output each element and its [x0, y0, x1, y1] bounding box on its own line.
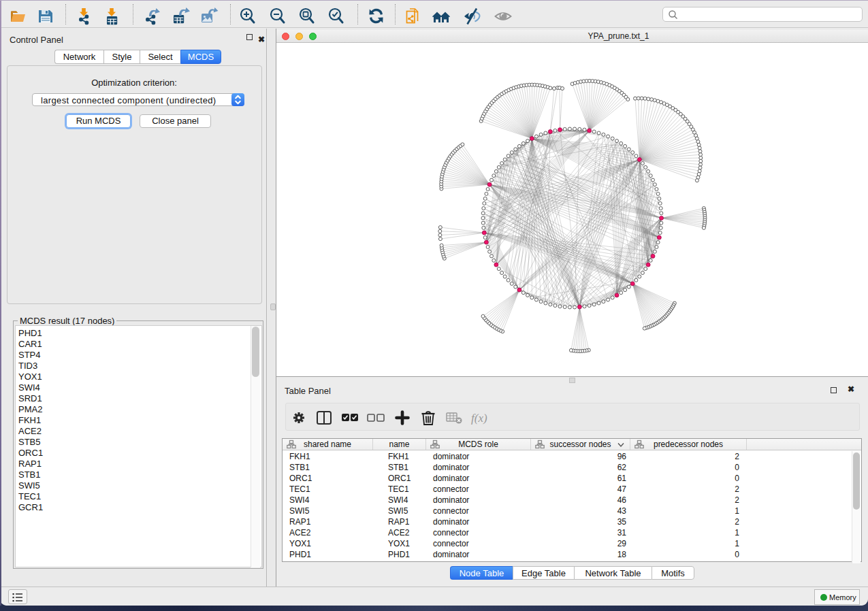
svg-text:f(x): f(x) — [471, 412, 487, 425]
